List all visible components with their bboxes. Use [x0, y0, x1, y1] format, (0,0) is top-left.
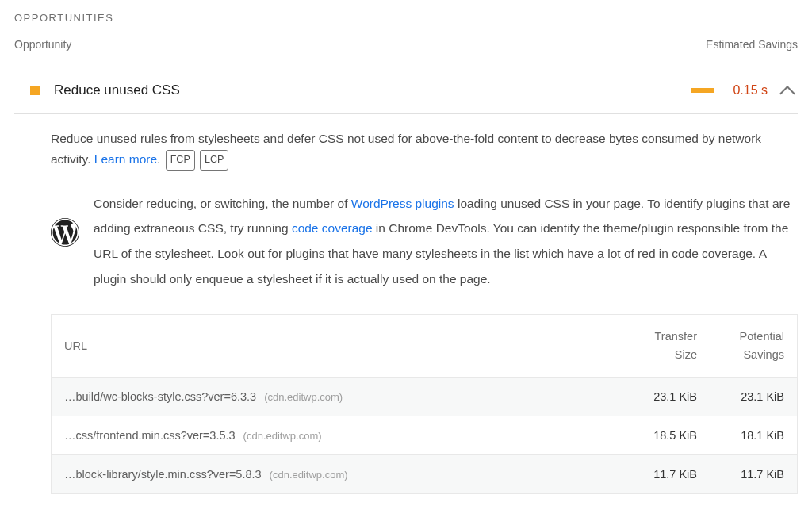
css-files-table: URL TransferSize PotentialSavings …build… — [51, 314, 798, 494]
chevron-up-icon[interactable] — [779, 86, 795, 102]
col-potential-savings: 23.1 KiB — [697, 390, 784, 403]
savings-bar-icon — [691, 88, 714, 93]
col-url: …build/wc-blocks-style.css?ver=6.3.3 (cd… — [64, 390, 610, 403]
table-row: …css/frontend.min.css?ver=3.5.3 (cdn.edi… — [52, 416, 797, 455]
code-coverage-link[interactable]: code coverage — [292, 221, 373, 235]
section-title: OPPORTUNITIES — [14, 12, 798, 24]
opportunity-row-reduce-unused-css[interactable]: Reduce unused CSS 0.15 s — [14, 67, 798, 114]
table-row: …block-library/style.min.css?ver=5.8.3 (… — [52, 455, 797, 494]
opportunity-title: Reduce unused CSS — [54, 82, 691, 98]
col-header-transfer-size: TransferSize — [610, 328, 697, 364]
col-header-url: URL — [64, 339, 610, 352]
col-header-potential-savings: PotentialSavings — [697, 328, 784, 364]
url-host: (cdn.editwp.com) — [264, 391, 343, 403]
opportunity-details: Reduce unused rules from stylesheets and… — [14, 114, 798, 494]
opportunity-header-label: Opportunity — [14, 38, 71, 51]
learn-more-link[interactable]: Learn more — [94, 152, 157, 166]
url-host: (cdn.editwp.com) — [243, 430, 322, 442]
url-path: …css/frontend.min.css?ver=3.5.3 — [64, 429, 236, 442]
wordpress-icon — [51, 218, 79, 250]
url-host: (cdn.editwp.com) — [270, 469, 348, 481]
col-url: …block-library/style.min.css?ver=5.8.3 (… — [64, 468, 610, 481]
url-path: …build/wc-blocks-style.css?ver=6.3.3 — [64, 390, 256, 403]
col-transfer-size: 23.1 KiB — [610, 390, 697, 403]
savings-value: 0.15 s — [733, 83, 768, 98]
col-potential-savings: 11.7 KiB — [697, 468, 784, 481]
wordpress-plugins-link[interactable]: WordPress plugins — [351, 197, 454, 210]
wordpress-note-row: Consider reducing, or switching, the num… — [51, 191, 798, 292]
wordpress-note-text: Consider reducing, or switching, the num… — [94, 191, 798, 292]
col-transfer-size: 11.7 KiB — [610, 468, 697, 481]
score-square-icon — [30, 86, 40, 95]
table-row: …build/wc-blocks-style.css?ver=6.3.3 (cd… — [52, 378, 797, 416]
opportunity-description: Reduce unused rules from stylesheets and… — [51, 128, 798, 171]
desc-period: . — [157, 152, 160, 166]
col-transfer-size: 18.5 KiB — [610, 429, 697, 442]
opportunity-header-row: Opportunity Estimated Savings — [14, 38, 798, 67]
fcp-badge: FCP — [166, 150, 195, 170]
url-path: …block-library/style.min.css?ver=5.8.3 — [64, 468, 262, 481]
col-potential-savings: 18.1 KiB — [697, 429, 784, 442]
lcp-badge: LCP — [200, 150, 228, 170]
col-url: …css/frontend.min.css?ver=3.5.3 (cdn.edi… — [64, 429, 610, 442]
estimated-savings-header-label: Estimated Savings — [706, 38, 798, 51]
table-header: URL TransferSize PotentialSavings — [52, 315, 797, 378]
wp-part1: Consider reducing, or switching, the num… — [94, 197, 351, 210]
